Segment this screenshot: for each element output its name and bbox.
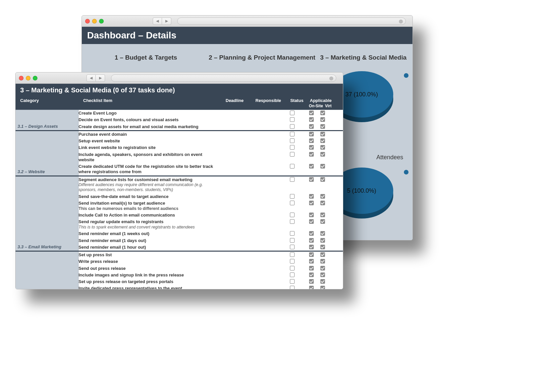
row-status-cell xyxy=(282,132,302,136)
address-bar[interactable] xyxy=(111,74,336,82)
onsite-checkbox[interactable] xyxy=(309,124,314,129)
status-checkbox[interactable] xyxy=(290,286,295,289)
close-icon[interactable] xyxy=(85,19,90,24)
row-onsite-cell xyxy=(302,245,320,249)
status-checkbox[interactable] xyxy=(290,138,295,143)
nav-forward-button[interactable]: ▶ xyxy=(96,74,105,82)
onsite-checkbox[interactable] xyxy=(309,219,314,224)
nav-back-button[interactable]: ◀ xyxy=(153,18,162,25)
onsite-checkbox[interactable] xyxy=(309,145,314,150)
onsite-checkbox[interactable] xyxy=(309,138,314,143)
virtual-checkbox[interactable] xyxy=(320,279,325,284)
virtual-checkbox[interactable] xyxy=(320,124,325,129)
virtual-checkbox[interactable] xyxy=(320,252,325,257)
virtual-checkbox[interactable] xyxy=(320,272,325,277)
status-checkbox[interactable] xyxy=(290,259,295,264)
onsite-checkbox[interactable] xyxy=(309,286,314,289)
status-checkbox[interactable] xyxy=(290,145,295,150)
status-checkbox[interactable] xyxy=(290,252,295,257)
onsite-checkbox[interactable] xyxy=(309,164,314,169)
virtual-checkbox[interactable] xyxy=(320,194,325,199)
row-status-cell xyxy=(282,238,302,243)
virtual-checkbox[interactable] xyxy=(320,111,325,115)
virtual-checkbox[interactable] xyxy=(320,266,325,270)
status-checkbox[interactable] xyxy=(290,132,295,136)
virtual-checkbox[interactable] xyxy=(320,145,325,150)
onsite-checkbox[interactable] xyxy=(309,213,314,217)
row-virtual-cell xyxy=(320,152,329,157)
row-item-text: Decide on Event fonts, colours and visua… xyxy=(79,117,221,122)
status-checkbox[interactable] xyxy=(290,238,295,243)
status-checkbox[interactable] xyxy=(290,219,295,224)
status-checkbox[interactable] xyxy=(290,194,295,199)
row-item-text: Setup event website xyxy=(79,138,221,144)
onsite-checkbox[interactable] xyxy=(309,259,314,264)
virtual-checkbox[interactable] xyxy=(320,259,325,264)
onsite-checkbox[interactable] xyxy=(309,111,314,115)
virtual-checkbox[interactable] xyxy=(320,138,325,143)
row-item-text: Set up press release on targeted press p… xyxy=(79,279,221,284)
row-item-text: Create Event Logo xyxy=(79,111,221,116)
row-onsite-cell xyxy=(302,194,320,199)
table-row: Include Call to Action in email communic… xyxy=(79,212,343,219)
row-status-cell xyxy=(282,252,302,257)
maximize-icon[interactable] xyxy=(33,76,37,80)
status-checkbox[interactable] xyxy=(290,124,295,129)
virtual-checkbox[interactable] xyxy=(320,164,325,169)
status-checkbox[interactable] xyxy=(290,231,295,236)
nav-forward-button[interactable]: ▶ xyxy=(162,18,171,25)
virtual-checkbox[interactable] xyxy=(320,201,325,205)
status-checkbox[interactable] xyxy=(290,266,295,270)
onsite-checkbox[interactable] xyxy=(309,266,314,270)
virtual-checkbox[interactable] xyxy=(320,152,325,157)
onsite-checkbox[interactable] xyxy=(309,279,314,284)
status-checkbox[interactable] xyxy=(290,164,295,169)
virtual-checkbox[interactable] xyxy=(320,177,325,182)
maximize-icon[interactable] xyxy=(99,19,104,24)
onsite-checkbox[interactable] xyxy=(309,231,314,236)
virtual-checkbox[interactable] xyxy=(320,117,325,122)
minimize-icon[interactable] xyxy=(92,19,97,24)
status-checkbox[interactable] xyxy=(290,177,295,182)
onsite-checkbox[interactable] xyxy=(309,117,314,122)
minimize-icon[interactable] xyxy=(26,76,30,80)
nav-buttons: ◀ ▶ xyxy=(86,74,105,82)
row-status-cell xyxy=(282,279,302,284)
status-checkbox[interactable] xyxy=(290,117,295,122)
virtual-checkbox[interactable] xyxy=(320,213,325,217)
status-checkbox[interactable] xyxy=(290,279,295,284)
row-status-cell xyxy=(282,286,302,289)
status-checkbox[interactable] xyxy=(290,272,295,277)
onsite-checkbox[interactable] xyxy=(309,238,314,243)
status-checkbox[interactable] xyxy=(290,111,295,115)
onsite-checkbox[interactable] xyxy=(309,252,314,257)
virtual-checkbox[interactable] xyxy=(320,245,325,249)
nav-back-button[interactable]: ◀ xyxy=(86,74,96,82)
table-row: Send save-the-date email to target audie… xyxy=(79,193,343,200)
virtual-checkbox[interactable] xyxy=(320,132,325,136)
status-checkbox[interactable] xyxy=(290,201,295,205)
row-item-text: Send reminder email (1 weeks out) xyxy=(79,231,221,236)
nav-buttons: ◀ ▶ xyxy=(153,18,171,25)
onsite-checkbox[interactable] xyxy=(309,152,314,157)
virtual-checkbox[interactable] xyxy=(320,219,325,224)
row-item-text: Segment audience lists for customised em… xyxy=(79,177,221,193)
onsite-checkbox[interactable] xyxy=(309,177,314,182)
status-checkbox[interactable] xyxy=(290,245,295,249)
virtual-checkbox[interactable] xyxy=(320,231,325,236)
table-row: Include images and signup link in the pr… xyxy=(79,272,343,278)
onsite-checkbox[interactable] xyxy=(309,201,314,205)
onsite-checkbox[interactable] xyxy=(309,272,314,277)
row-virtual-cell xyxy=(320,286,329,289)
onsite-checkbox[interactable] xyxy=(309,132,314,136)
virtual-checkbox[interactable] xyxy=(320,238,325,243)
onsite-checkbox[interactable] xyxy=(309,245,314,249)
status-checkbox[interactable] xyxy=(290,213,295,217)
status-checkbox[interactable] xyxy=(290,152,295,157)
onsite-checkbox[interactable] xyxy=(309,194,314,199)
address-bar[interactable] xyxy=(177,18,406,25)
virtual-checkbox[interactable] xyxy=(320,286,325,289)
row-item-text: Send save-the-date email to target audie… xyxy=(79,194,221,199)
row-item-text: Send reminder email (1 hour out) xyxy=(79,245,221,250)
close-icon[interactable] xyxy=(19,76,24,80)
